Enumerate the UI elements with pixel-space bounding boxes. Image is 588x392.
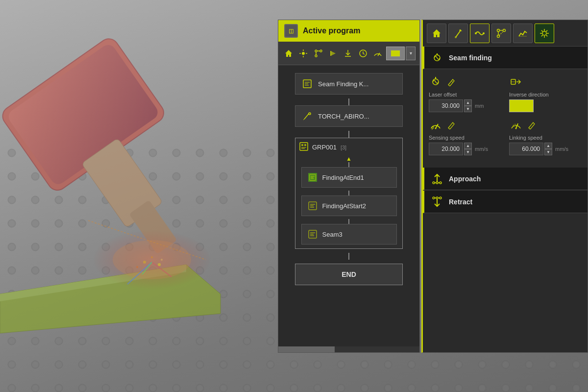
- flow-sub-item-0[interactable]: FindingAtEnd1: [301, 167, 397, 188]
- flow-sub-item-1[interactable]: FindingAtStart2: [301, 196, 397, 216]
- right-panel: Seam finding: [421, 20, 588, 353]
- svg-point-38: [309, 113, 311, 115]
- toolbar-dropdown-btn[interactable]: ▾: [406, 47, 416, 60]
- sensing-speed-down-btn[interactable]: ▼: [464, 149, 472, 155]
- sensing-speed-spinner: ▲ ▼: [464, 143, 472, 155]
- svg-point-27: [315, 55, 317, 57]
- seam-finding-section-header[interactable]: Seam finding: [423, 47, 588, 69]
- svg-point-98: [436, 197, 438, 199]
- sensing-speed-icons: [429, 118, 501, 132]
- svg-line-72: [541, 30, 543, 31]
- horizontal-scrollbar[interactable]: [278, 346, 419, 352]
- sensing-speed-up-btn[interactable]: ▲: [464, 143, 472, 149]
- svg-point-99: [440, 197, 441, 199]
- right-toolbar-home-btn[interactable]: [427, 24, 446, 43]
- sensing-speed-label: Sensing speed: [429, 135, 501, 141]
- sensing-speed-input[interactable]: [429, 143, 463, 155]
- flow-end-label: END: [342, 270, 356, 278]
- toolbar-download-btn[interactable]: [342, 47, 354, 60]
- inverse-direction-group: Inverse direction: [509, 75, 582, 112]
- scrollbar-thumb[interactable]: [278, 346, 335, 352]
- laser-offset-label: Laser offset: [429, 92, 501, 98]
- flow-sub-item-2[interactable]: Seam3: [301, 224, 397, 245]
- flow-group-label: GRP001 [3]: [299, 142, 346, 152]
- laser-icon: [429, 75, 442, 89]
- svg-rect-41: [304, 144, 306, 146]
- laser-offset-up-btn[interactable]: ▲: [464, 99, 472, 106]
- inverse-direction-toggle[interactable]: [509, 99, 534, 112]
- sensing-pen-icon: [444, 118, 458, 132]
- svg-line-73: [546, 35, 547, 36]
- flow-group-icon: [299, 142, 308, 152]
- svg-point-11: [143, 261, 146, 264]
- flow-sub-icon-1: [307, 200, 318, 212]
- sensing-speed-icon: [429, 118, 442, 132]
- right-panel-toolbar: [423, 20, 588, 47]
- laser-offset-input[interactable]: [429, 99, 463, 112]
- svg-point-13: [158, 263, 161, 266]
- svg-point-12: [151, 256, 153, 258]
- flow-group: GRP001 [3] ▲ FindingAtEnd1: [295, 138, 403, 249]
- flow-group-sublabel: [3]: [341, 145, 346, 150]
- right-toolbar-graph-btn[interactable]: [513, 24, 533, 43]
- inverse-direction-label: Inverse direction: [509, 92, 582, 98]
- program-flow: Seam Finding K... TORCH_ABIRO...: [278, 65, 419, 293]
- svg-point-92: [436, 182, 438, 184]
- svg-point-67: [542, 31, 546, 35]
- toolbar-sun-btn[interactable]: [297, 47, 310, 60]
- linking-speed-down-btn[interactable]: ▼: [544, 149, 552, 155]
- svg-point-62: [497, 35, 500, 37]
- flow-item-seam-icon: [301, 78, 313, 90]
- program-header: ◫ Active program: [278, 20, 419, 42]
- toolbar-flag-btn[interactable]: [386, 47, 405, 60]
- toolbar-speed-btn[interactable]: [371, 47, 384, 60]
- svg-rect-39: [300, 143, 308, 150]
- flow-group-name: GRP001: [312, 144, 337, 151]
- toolbar-connect-btn[interactable]: [312, 47, 325, 60]
- toolbar-home-btn[interactable]: [282, 47, 295, 60]
- svg-point-93: [440, 182, 441, 184]
- right-toolbar-path-btn[interactable]: [470, 24, 490, 43]
- flow-group-items: FindingAtEnd1 FindingAtStart2: [299, 162, 398, 245]
- flow-item-torch-label: TORCH_ABIRO...: [318, 113, 369, 120]
- toolbar-arrow-btn[interactable]: [327, 47, 340, 60]
- flow-connector-3: [348, 253, 349, 260]
- laser-offset-group: Laser offset ▲ ▼ mm: [429, 75, 501, 112]
- linking-speed-input[interactable]: [509, 143, 543, 155]
- flow-item-torch-icon: [301, 110, 313, 122]
- main-container: ◫ Active program: [0, 0, 588, 392]
- svg-line-80: [451, 81, 453, 82]
- svg-point-85: [435, 128, 437, 129]
- sensing-speed-group: Sensing speed ▲ ▼ mm/s: [429, 118, 501, 155]
- seam-finding-content: Laser offset ▲ ▼ mm: [423, 69, 588, 167]
- flow-item-torch[interactable]: TORCH_ABIRO...: [295, 105, 403, 127]
- program-panel: ◫ Active program: [278, 20, 420, 353]
- svg-point-25: [315, 50, 317, 52]
- param-row-top: Laser offset ▲ ▼ mm: [429, 75, 582, 112]
- approach-header-icon: [430, 172, 444, 186]
- laser-offset-icons: [429, 75, 501, 89]
- flow-sub-icon-0: [307, 172, 318, 183]
- flow-sub-label-1: FindingAtStart2: [322, 202, 367, 210]
- linking-speed-icons: [509, 118, 582, 132]
- flow-end-btn[interactable]: END: [295, 264, 403, 285]
- toolbar-clock-btn[interactable]: [356, 47, 369, 60]
- inverse-dir-icon: [509, 75, 523, 89]
- right-toolbar-joints-btn[interactable]: [491, 24, 511, 43]
- flow-sub-connector-1: [348, 191, 349, 196]
- svg-point-15: [161, 259, 163, 261]
- svg-point-58: [475, 32, 477, 34]
- retract-header-icon: [430, 195, 444, 209]
- svg-point-57: [455, 36, 457, 38]
- flow-item-seam-finding[interactable]: Seam Finding K...: [295, 73, 403, 95]
- flow-sub-icon-2: [307, 228, 318, 240]
- right-toolbar-torch-btn[interactable]: [448, 24, 468, 43]
- linking-speed-up-btn[interactable]: ▲: [544, 143, 552, 149]
- flow-connector-1: [348, 98, 349, 105]
- right-toolbar-laser-btn[interactable]: [535, 24, 554, 43]
- program-header-icon: ◫: [284, 24, 298, 38]
- laser-offset-down-btn[interactable]: ▼: [464, 106, 472, 112]
- retract-section-header[interactable]: Retract: [423, 191, 588, 213]
- sensing-speed-input-row: ▲ ▼ mm/s: [429, 143, 501, 155]
- approach-section-header[interactable]: Approach: [423, 168, 588, 190]
